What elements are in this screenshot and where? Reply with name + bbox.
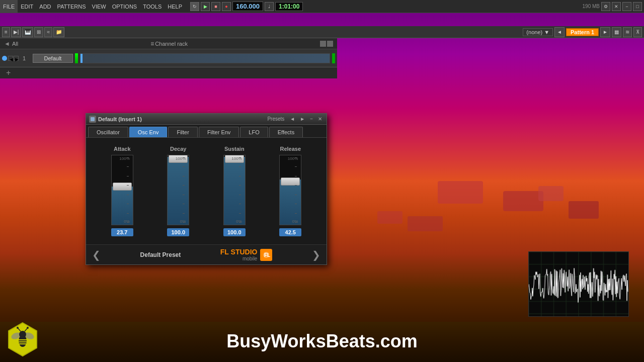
- filter-icon[interactable]: ⊼: [633, 27, 642, 37]
- attack-value[interactable]: 23.7: [111, 228, 133, 236]
- memory-display: 190 MB: [583, 4, 600, 9]
- svg-point-10: [19, 331, 26, 338]
- all-filter[interactable]: All: [12, 41, 18, 47]
- menu-options[interactable]: OPTIONS: [109, 0, 140, 13]
- settings-icon[interactable]: ⚙: [601, 2, 610, 11]
- decay-ticks: [183, 155, 187, 225]
- tab-osc-env[interactable]: Osc Env: [129, 127, 168, 137]
- menu-add[interactable]: ADD: [36, 0, 54, 13]
- release-pct-label: 100%: [288, 156, 298, 161]
- mixer-btn[interactable]: ≈: [44, 27, 52, 37]
- decay-slider[interactable]: 100% 0%: [167, 155, 189, 225]
- sustain-zero-label: 0%: [236, 219, 242, 224]
- cloud-6: [377, 211, 403, 224]
- channel-piano-roll[interactable]: [80, 53, 330, 63]
- level-indicator: [75, 53, 78, 63]
- tab-filter-env[interactable]: Filter Env: [199, 127, 239, 137]
- attack-slider[interactable]: 100% 0%: [111, 155, 133, 225]
- metronome-icon[interactable]: ♩: [265, 2, 274, 11]
- plugin-tabs: Oscillator Osc Env Filter Filter Env LFO…: [86, 125, 327, 138]
- maximize-icon[interactable]: □: [633, 2, 642, 11]
- plugin-footer: ❮ Default Preset FL STUDIO mobile FL ❯: [86, 244, 327, 264]
- toolbar2: ≡ ▶| 🎹 ⊞ ≈ 📁 (none) ▼ ◄ Pattern 1 ► ▦ ≋ …: [0, 26, 644, 38]
- tab-filter[interactable]: Filter: [168, 127, 197, 137]
- pattern-label: Pattern 1: [566, 28, 599, 36]
- ch-icon2[interactable]: [327, 41, 333, 47]
- minimize-icon[interactable]: −: [622, 2, 631, 11]
- svg-point-14: [27, 327, 29, 329]
- svg-rect-0: [91, 117, 95, 121]
- playlist-btn[interactable]: ≡: [2, 27, 10, 37]
- fl-icon: FL: [260, 249, 272, 261]
- plugin-titlebar: Default (Insert 1) Presets ◄ ► − ✕: [86, 114, 327, 125]
- menu-patterns[interactable]: PATTERNS: [54, 0, 89, 13]
- release-slider[interactable]: 100% 0%: [279, 155, 301, 225]
- fl-studio-logo: FL STUDIO mobile: [220, 248, 258, 261]
- release-ticks: [295, 155, 299, 225]
- release-label: Release: [280, 146, 301, 152]
- record-btn[interactable]: ●: [222, 2, 231, 11]
- decay-label: Decay: [170, 146, 186, 152]
- plugin-icon: [89, 116, 96, 123]
- release-value[interactable]: 42.5: [279, 228, 301, 236]
- attack-label: Attack: [114, 146, 131, 152]
- tab-lfo[interactable]: LFO: [240, 127, 268, 137]
- next-preset-btn[interactable]: ►: [298, 116, 306, 122]
- ch-ctrl-2[interactable]: ►: [14, 56, 19, 61]
- decay-value[interactable]: 100.0: [167, 228, 189, 236]
- cloud-1: [503, 191, 543, 211]
- eq-icon[interactable]: ≋: [623, 27, 632, 37]
- menu-help[interactable]: HELP: [165, 0, 185, 13]
- channel-rack-header: ◄ All ≡ Channel rack: [0, 38, 337, 49]
- tab-oscillator[interactable]: Oscillator: [88, 127, 128, 137]
- presets-label: Presets: [267, 116, 284, 122]
- sustain-slider[interactable]: 100% 0%: [223, 155, 246, 225]
- logo: [5, 322, 40, 357]
- plugin-content: Attack 100% 0% 23.7 Decay: [86, 138, 327, 244]
- decay-pct-label: 100%: [176, 156, 186, 161]
- menu-file[interactable]: FILE: [0, 0, 18, 13]
- cloud-5: [408, 216, 443, 231]
- plugin-minimize-btn[interactable]: −: [308, 116, 314, 122]
- channel-rack-label: ≡ Channel rack: [150, 40, 188, 47]
- play-btn[interactable]: ▶: [201, 2, 210, 11]
- sustain-param: Sustain 100% 0% 100.0: [223, 146, 246, 236]
- prev-preset-btn[interactable]: ◄: [288, 116, 296, 122]
- release-zero-label: 0%: [292, 219, 298, 224]
- prev-preset-footer-btn[interactable]: ❮: [92, 249, 101, 261]
- menu-edit[interactable]: EDIT: [18, 0, 36, 13]
- next-preset-footer-btn[interactable]: ❯: [312, 249, 320, 261]
- channel-name[interactable]: Default: [33, 54, 73, 63]
- mixer-icon[interactable]: ▦: [612, 27, 621, 37]
- piano-key-indicator: [80, 54, 83, 63]
- pattern-select-btn[interactable]: ◄: [554, 27, 565, 37]
- sustain-value[interactable]: 100.0: [223, 228, 246, 236]
- ch-ctrl-1[interactable]: ◄: [8, 56, 13, 61]
- pattern-next-btn[interactable]: ►: [600, 27, 610, 37]
- channel-level-right: [332, 53, 335, 63]
- menu-view[interactable]: VIEW: [89, 0, 109, 13]
- ch-icon1[interactable]: [320, 41, 326, 47]
- plugin-window: Default (Insert 1) Presets ◄ ► − ✕ Oscil…: [86, 113, 327, 265]
- step-seq-btn[interactable]: ⊞: [34, 27, 43, 37]
- menubar: FILE EDIT ADD PATTERNS VIEW OPTIONS TOOL…: [0, 0, 644, 13]
- channel-power-btn[interactable]: [2, 56, 7, 61]
- loop-btn[interactable]: ↻: [190, 2, 199, 11]
- channel-prev-btn[interactable]: ◄: [4, 40, 10, 47]
- none-dropdown[interactable]: (none) ▼: [523, 28, 553, 36]
- plugin-close-btn[interactable]: ✕: [316, 116, 324, 122]
- piano-roll-btn[interactable]: 🎹: [22, 27, 33, 37]
- browser-btn[interactable]: 📁: [53, 27, 64, 37]
- add-channel-btn[interactable]: +: [4, 68, 13, 77]
- cloud-2: [538, 186, 564, 201]
- menu-tools[interactable]: TOOLS: [140, 0, 165, 13]
- fl-mobile-text: mobile: [243, 256, 257, 261]
- attack-pct-label: 100%: [119, 156, 129, 161]
- pattern-fwd-btn[interactable]: ▶|: [11, 27, 22, 37]
- close-icon[interactable]: ✕: [612, 2, 621, 11]
- tab-effects[interactable]: Effects: [269, 127, 303, 137]
- plugin-title: Default (Insert 1): [98, 116, 142, 122]
- stop-btn[interactable]: ■: [211, 2, 220, 11]
- cloud-3: [569, 201, 599, 219]
- sustain-pct-label: 100%: [231, 156, 242, 161]
